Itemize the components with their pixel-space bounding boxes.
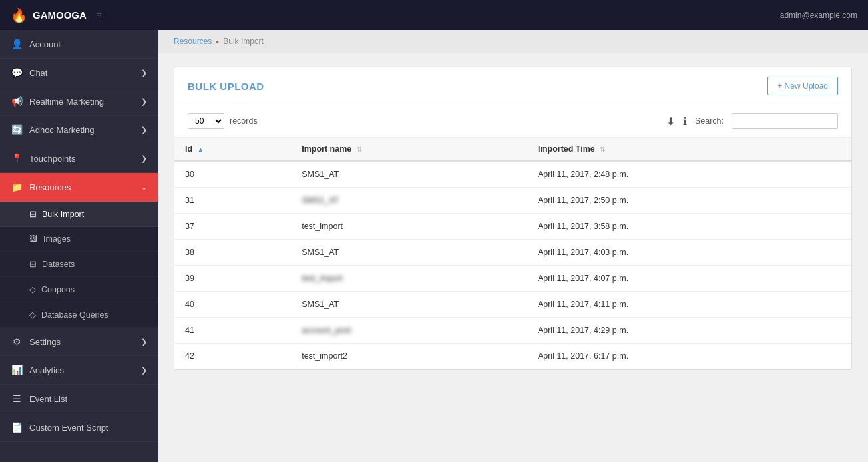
image-icon: 🖼	[29, 234, 38, 244]
cell-id: 39	[174, 266, 291, 292]
main-content: Resources ● Bulk Import BULK UPLOAD + Ne…	[158, 30, 868, 462]
topnav: 🔥 GAMOOGA ≡ admin@example.com	[0, 0, 868, 30]
table-row[interactable]: 42test_import2April 11, 2017, 6:17 p.m.	[174, 344, 851, 369]
coupon-icon: ◇	[29, 284, 36, 294]
cell-import-name: test_import	[291, 266, 527, 292]
grid-icon: ⊞	[29, 209, 37, 219]
sidebar: 👤 Account 💬 Chat ❯ 📢 Realtime Marketing …	[0, 30, 158, 462]
table-row[interactable]: 39test_importApril 11, 2017, 4:07 p.m.	[174, 266, 851, 292]
chat-icon: 💬	[11, 67, 23, 78]
cell-imported-time: April 11, 2017, 4:03 p.m.	[527, 240, 851, 266]
submenu-item-images[interactable]: 🖼 Images	[0, 227, 158, 252]
chevron-down-icon: ⌄	[141, 183, 147, 192]
sidebar-item-label: Event List	[29, 394, 67, 404]
table-row[interactable]: 38SMS1_ATApril 11, 2017, 4:03 p.m.	[174, 240, 851, 266]
table-row[interactable]: 40SMS1_ATApril 11, 2017, 4:11 p.m.	[174, 292, 851, 318]
list-icon: ☰	[11, 393, 23, 404]
layout: 👤 Account 💬 Chat ❯ 📢 Realtime Marketing …	[0, 30, 868, 462]
sidebar-item-realtime-marketing[interactable]: 📢 Realtime Marketing ❯	[0, 87, 158, 116]
search-label: Search:	[695, 116, 724, 126]
table-row[interactable]: 37test_importApril 11, 2017, 3:58 p.m.	[174, 214, 851, 240]
cell-imported-time: April 11, 2017, 4:07 p.m.	[527, 266, 851, 292]
table-row[interactable]: 41account_postApril 11, 2017, 4:29 p.m.	[174, 318, 851, 344]
breadcrumb-current: Bulk Import	[223, 37, 264, 46]
dataset-icon: ⊞	[29, 259, 37, 269]
chevron-right-icon: ❯	[141, 154, 147, 163]
sidebar-item-label: Realtime Marketing	[29, 97, 104, 107]
content-area: BULK UPLOAD + New Upload 50 25 100 recor…	[158, 53, 868, 462]
sidebar-item-analytics[interactable]: 📊 Analytics ❯	[0, 356, 158, 385]
cell-id: 31	[174, 188, 291, 214]
sidebar-item-event-list[interactable]: ☰ Event List	[0, 385, 158, 413]
sidebar-item-label: Analytics	[29, 365, 64, 375]
panel-header: BULK UPLOAD + New Upload	[174, 67, 851, 105]
column-id[interactable]: Id ▲	[174, 138, 291, 162]
records-per-page-select[interactable]: 50 25 100	[188, 113, 224, 129]
table-row[interactable]: 30SMS1_ATApril 11, 2017, 2:48 p.m.	[174, 161, 851, 188]
new-upload-button[interactable]: + New Upload	[767, 77, 838, 95]
touchpoints-icon: 📍	[11, 153, 23, 164]
sidebar-item-touchpoints[interactable]: 📍 Touchpoints ❯	[0, 144, 158, 173]
download-icon[interactable]: ⬇	[666, 115, 675, 128]
submenu-label: Bulk Import	[42, 210, 84, 219]
info-icon[interactable]: ℹ	[683, 115, 687, 128]
cell-imported-time: April 11, 2017, 6:17 p.m.	[527, 344, 851, 369]
submenu-label: Datasets	[42, 260, 75, 269]
bulk-upload-table: Id ▲ Import name ⇅ Imported Time ⇅	[174, 137, 851, 369]
submenu-item-database-queries[interactable]: ◇ Database Queries	[0, 302, 158, 328]
sidebar-item-account[interactable]: 👤 Account	[0, 30, 158, 59]
cell-import-name: account_post	[291, 318, 527, 344]
chevron-right-icon: ❯	[141, 338, 147, 346]
cell-import-name: test_import	[291, 214, 527, 240]
sort-icon: ⇅	[600, 146, 605, 153]
cell-id: 40	[174, 292, 291, 318]
breadcrumb-separator: ●	[216, 39, 219, 45]
column-imported-time[interactable]: Imported Time ⇅	[527, 138, 851, 162]
cell-import-name: test_import2	[291, 344, 527, 369]
search-input[interactable]	[732, 113, 838, 129]
table-actions: ⬇ ℹ Search:	[666, 113, 838, 129]
sidebar-item-custom-event-script[interactable]: 📄 Custom Event Script	[0, 413, 158, 442]
submenu-label: Coupons	[41, 285, 75, 294]
cell-id: 42	[174, 344, 291, 369]
sidebar-item-label: Resources	[29, 182, 71, 192]
user-email: admin@example.com	[780, 11, 857, 20]
submenu-item-bulk-import[interactable]: ⊞ Bulk Import	[0, 202, 158, 227]
submenu-item-coupons[interactable]: ◇ Coupons	[0, 277, 158, 302]
sidebar-item-label: Touchpoints	[29, 154, 75, 164]
cell-imported-time: April 11, 2017, 4:29 p.m.	[527, 318, 851, 344]
topnav-left: 🔥 GAMOOGA ≡	[11, 7, 102, 23]
sidebar-item-label: Adhoc Marketing	[29, 125, 95, 135]
cell-imported-time: April 11, 2017, 2:48 p.m.	[527, 161, 851, 188]
sort-icon: ⇅	[357, 146, 362, 153]
table-body: 30SMS1_ATApril 11, 2017, 2:48 p.m.31SMS1…	[174, 161, 851, 369]
breadcrumb-parent[interactable]: Resources	[174, 37, 212, 46]
sidebar-item-label: Account	[29, 39, 61, 49]
cell-id: 37	[174, 214, 291, 240]
resources-icon: 📁	[11, 182, 23, 192]
table-header-row: Id ▲ Import name ⇅ Imported Time ⇅	[174, 138, 851, 162]
submenu-item-datasets[interactable]: ⊞ Datasets	[0, 252, 158, 277]
sidebar-item-resources[interactable]: 📁 Resources ⌄	[0, 173, 158, 202]
analytics-icon: 📊	[11, 365, 23, 375]
menu-button[interactable]: ≡	[96, 9, 102, 21]
logo: 🔥 GAMOOGA	[11, 7, 87, 23]
column-id-label: Id	[185, 144, 192, 154]
script-icon: 📄	[11, 422, 23, 433]
table-controls: 50 25 100 records ⬇ ℹ Search:	[174, 105, 851, 137]
sidebar-item-label: Settings	[29, 337, 61, 347]
logo-text: GAMOOGA	[33, 9, 87, 21]
account-icon: 👤	[11, 39, 23, 49]
cell-imported-time: April 11, 2017, 2:50 p.m.	[527, 188, 851, 214]
sidebar-item-settings[interactable]: ⚙ Settings ❯	[0, 328, 158, 356]
column-import-name[interactable]: Import name ⇅	[291, 138, 527, 162]
refresh-icon: 🔄	[11, 124, 23, 135]
bulk-upload-panel: BULK UPLOAD + New Upload 50 25 100 recor…	[174, 67, 852, 370]
chevron-right-icon: ❯	[141, 366, 147, 375]
column-imported-time-label: Imported Time	[538, 144, 595, 154]
sidebar-item-adhoc-marketing[interactable]: 🔄 Adhoc Marketing ❯	[0, 116, 158, 144]
table-row[interactable]: 31SMS1_ATApril 11, 2017, 2:50 p.m.	[174, 188, 851, 214]
cell-import-name: SMS1_AT	[291, 188, 527, 214]
cell-import-name: SMS1_AT	[291, 240, 527, 266]
sidebar-item-chat[interactable]: 💬 Chat ❯	[0, 59, 158, 87]
